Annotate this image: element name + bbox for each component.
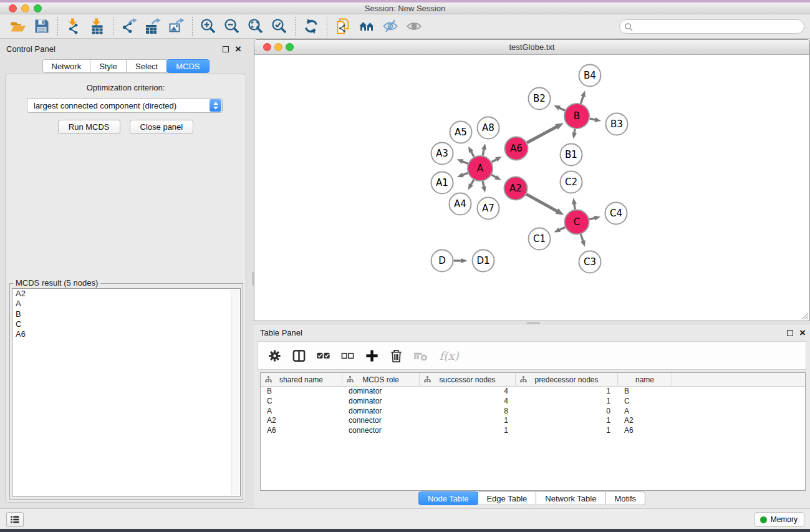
table-cell[interactable]: C [618,397,672,407]
table-row[interactable]: Cdominator41C [261,397,805,407]
close-panel-button[interactable]: Close panel [130,120,194,134]
arrowhead-icon [457,173,464,177]
table-cell[interactable]: connector [342,426,420,436]
table-cell[interactable]: connector [342,416,420,426]
table-cell[interactable]: 1 [516,426,618,436]
copy-network-button[interactable] [331,16,355,36]
show-panels-button[interactable] [402,16,426,36]
float-panel-icon[interactable] [223,46,229,52]
select-all-button[interactable] [314,346,332,365]
edge-B-B4[interactable] [581,95,583,104]
zoom-in-button[interactable] [196,16,220,36]
close-panel-icon[interactable]: × [799,330,806,336]
tab-network[interactable]: Network [42,59,90,73]
tab-network-table[interactable]: Network Table [536,491,605,505]
zoom-fit-button[interactable] [244,16,268,36]
open-session-button[interactable] [6,16,30,36]
table-cell[interactable]: A2 [261,416,342,426]
zoom-out-button[interactable] [220,16,244,36]
table-row[interactable]: Adominator80A [261,407,805,417]
network-canvas[interactable]: B4B2BB3A8A5A6A3B1AC2A1A2A4A7C4CC1DD1C3 [254,56,809,321]
table-mode-button[interactable] [265,346,284,365]
mcds-result-list[interactable]: A2ABCA6 [12,288,241,496]
hide-panels-button[interactable] [378,16,402,36]
table-cell[interactable]: 1 [516,416,618,426]
delete-columns-button[interactable] [387,346,405,365]
search-input[interactable] [636,21,799,32]
table-cell[interactable]: 0 [516,407,618,417]
table-cell[interactable]: 1 [516,387,618,397]
tab-node-table[interactable]: Node Table [418,491,478,505]
table-cell[interactable]: 4 [420,397,516,407]
table-cell[interactable]: dominator [342,397,420,407]
node-label-B2: B2 [533,93,546,104]
table-cell[interactable]: A [261,407,342,417]
list-item[interactable]: A6 [12,329,240,339]
delete-table-button[interactable] [411,346,430,365]
close-panel-icon[interactable]: × [235,46,241,52]
table-cell[interactable]: 1 [516,397,618,407]
import-network-icon [65,18,82,34]
table-cell[interactable]: 1 [420,416,516,426]
column-header[interactable]: name [618,373,672,387]
tab-edge-table[interactable]: Edge Table [477,491,536,505]
tab-motifs[interactable]: Motifs [605,491,645,505]
resize-grip-icon[interactable] [801,312,809,320]
table-cell[interactable]: dominator [342,387,420,397]
deselect-all-button[interactable] [338,346,357,365]
edge-A6-B[interactable] [527,127,557,143]
memory-button[interactable]: Memory [755,512,804,527]
divider-handle[interactable] [526,322,540,324]
float-panel-icon[interactable] [787,330,793,336]
function-builder-button[interactable]: f(x) [435,346,463,365]
refresh-layout-button[interactable] [299,16,323,36]
home-button[interactable] [355,16,378,36]
tab-mcds[interactable]: MCDS [166,59,209,73]
table-row[interactable]: Bdominator41B [261,387,805,397]
arrowhead-icon [481,143,486,150]
create-column-button[interactable] [362,346,381,365]
table-cell[interactable]: 1 [420,426,516,436]
run-mcds-button[interactable]: Run MCDS [58,120,120,134]
table-row[interactable]: A6connector11A6 [261,426,805,436]
export-table-button[interactable] [141,16,165,36]
column-header[interactable]: shared name [261,373,342,387]
table-cell[interactable]: A [618,407,672,417]
save-session-button[interactable] [30,16,54,36]
list-item[interactable]: C [12,319,240,329]
show-columns-button[interactable] [289,346,308,365]
list-scrollbar[interactable] [231,289,239,495]
table-panel-title: Table Panel [260,328,302,337]
network-graph[interactable]: B4B2BB3A8A5A6A3B1AC2A1A2A4A7C4CC1DD1C3 [254,56,809,321]
task-history-button[interactable] [6,512,24,527]
table-cell[interactable]: A6 [618,426,672,436]
table-cell[interactable]: 8 [420,407,516,417]
column-header[interactable]: MCDS role [342,373,420,387]
node-table[interactable]: shared nameMCDS rolesuccessor nodesprede… [260,372,806,491]
edge-C-C3[interactable] [581,234,583,242]
list-item[interactable]: A [12,299,240,309]
list-item[interactable]: A2 [12,289,240,299]
table-cell[interactable]: B [261,387,342,397]
export-image-button[interactable] [165,16,188,36]
import-network-button[interactable] [62,16,85,36]
tab-select[interactable]: Select [126,59,167,73]
table-cell[interactable]: C [261,397,342,407]
table-cell[interactable]: dominator [342,407,420,417]
table-row[interactable]: A2connector11A2 [261,416,805,426]
table-cell[interactable]: A2 [618,416,672,426]
node-label-A6: A6 [510,143,523,154]
column-header[interactable]: successor nodes [420,373,516,387]
optimization-criterion-select[interactable]: largest connected component (directed) [27,98,223,113]
import-table-button[interactable] [85,16,109,36]
table-cell[interactable]: B [618,387,672,397]
table-cell[interactable]: 4 [420,387,516,397]
table-cell[interactable]: A6 [261,426,342,436]
zoom-selected-button[interactable] [268,16,291,36]
column-header[interactable]: predecessor nodes [516,373,618,387]
search-box[interactable] [619,19,804,34]
tab-style[interactable]: Style [90,59,127,73]
edge-A2-C[interactable] [526,194,558,211]
export-network-button[interactable] [117,16,141,36]
list-item[interactable]: B [12,309,240,319]
